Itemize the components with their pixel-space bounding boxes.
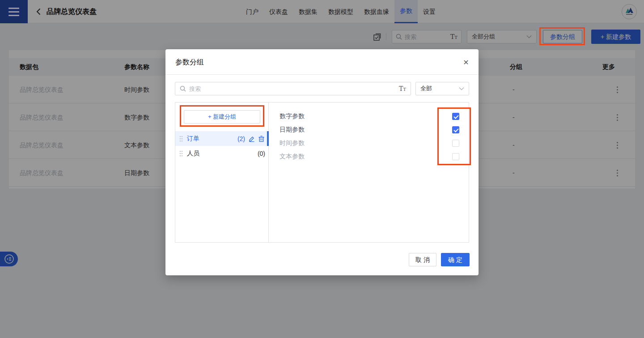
group-name: 人员 [187, 150, 258, 158]
modal-search-input[interactable] [189, 86, 396, 92]
param-row: 时间参数 [269, 137, 469, 150]
modal-title: 参数分组 [175, 49, 204, 75]
drag-handle-icon[interactable] [179, 136, 183, 142]
group-count: (0) [258, 150, 265, 157]
search-icon [180, 86, 186, 92]
param-label: 时间参数 [280, 139, 452, 147]
param-label: 文本参数 [280, 153, 452, 161]
close-icon[interactable]: ✕ [462, 58, 470, 67]
param-label: 日期参数 [280, 126, 452, 134]
modal-filter-value: 全部 [420, 85, 432, 93]
group-name: 订单 [187, 135, 237, 143]
modal-body: + 新建分组 订单 (2) [175, 102, 469, 243]
confirm-button[interactable]: 确定 [441, 253, 470, 266]
modal-header: 参数分组 ✕ [165, 49, 479, 75]
chevron-down-icon [459, 87, 464, 90]
param-checkbox[interactable] [452, 113, 459, 120]
param-label: 数字参数 [280, 112, 452, 120]
param-group-modal: 参数分组 ✕ TT 全部 + 新建分组 订单 (2) [165, 49, 479, 275]
modal-search: TT [175, 82, 411, 95]
modal-filter-select[interactable]: 全部 [415, 82, 469, 95]
param-row: 日期参数 [269, 123, 469, 137]
edit-icon[interactable] [249, 136, 255, 142]
drag-handle-icon[interactable] [179, 150, 183, 157]
cancel-button[interactable]: 取消 [409, 253, 436, 266]
delete-icon[interactable] [258, 136, 264, 142]
group-panel: + 新建分组 订单 (2) [175, 103, 269, 242]
app-screen: 品牌总览仪表盘 门户 仪表盘 数据集 数据模型 数据血缘 参数 设置 TT [0, 0, 644, 338]
param-checkbox[interactable] [452, 153, 459, 160]
param-checkbox[interactable] [452, 126, 459, 133]
param-row: 数字参数 [269, 110, 469, 123]
group-row[interactable]: 人员 (0) [175, 146, 269, 161]
param-checkbox[interactable] [452, 140, 459, 147]
group-row[interactable]: 订单 (2) [175, 131, 269, 146]
new-group-label: 新建分组 [213, 113, 236, 120]
new-group-button[interactable]: + 新建分组 [184, 110, 260, 124]
param-panel: 数字参数 日期参数 时间参数 文本参数 [269, 103, 469, 242]
text-match-toggle-icon[interactable]: TT [399, 86, 406, 92]
group-count: (2) [237, 135, 245, 142]
param-row: 文本参数 [269, 150, 469, 163]
